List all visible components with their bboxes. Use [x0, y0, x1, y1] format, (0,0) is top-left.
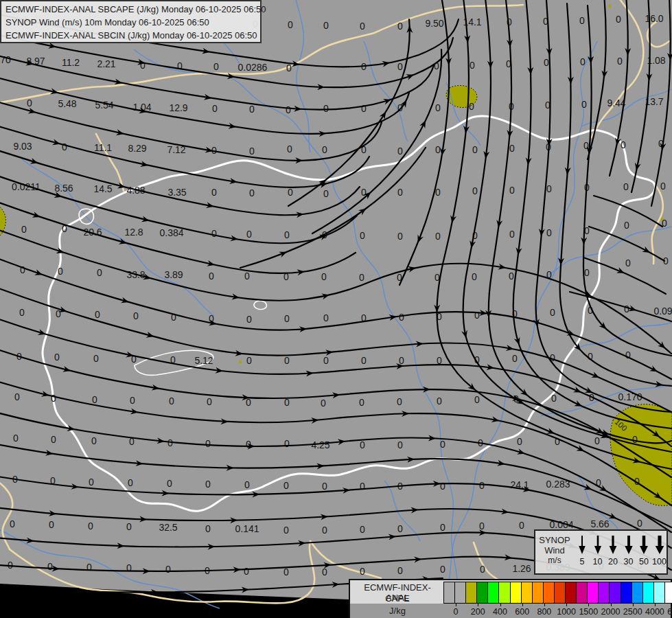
cape-tick	[588, 603, 589, 606]
station-value: 0	[440, 481, 445, 492]
down-arrow-icon	[592, 534, 604, 555]
wind-legend-subtitle: Wind	[535, 545, 574, 556]
station-value: 0	[209, 271, 214, 282]
station-value: 0	[360, 230, 365, 241]
cape-tick-label: 4000	[645, 607, 664, 617]
station-value: 0	[284, 313, 290, 324]
station-value: 0	[625, 258, 631, 268]
station-value: 0	[470, 60, 475, 71]
station-value: 0	[480, 564, 485, 575]
station-value: 0	[399, 355, 404, 366]
station-value: 0	[284, 229, 290, 240]
station-value: 0	[95, 309, 100, 320]
station-value: 0	[51, 393, 56, 404]
station-value: 0	[360, 524, 365, 535]
station-value: 14.5	[93, 183, 112, 194]
station-value: 12.9	[169, 102, 187, 113]
station-value: 0	[288, 19, 293, 30]
title-line-sbcin: ECMWF-INDEX-ANAL SBCIN (J/kg) Monday 06-…	[5, 29, 256, 42]
cape-tick	[655, 603, 656, 606]
station-value: 0	[321, 271, 327, 282]
station-value: 0	[469, 101, 474, 112]
station-value: 0	[20, 264, 25, 275]
cape-color-cell	[610, 582, 621, 603]
station-value: 0	[551, 393, 557, 404]
cape-color-cell	[533, 582, 544, 603]
station-value: 0	[323, 20, 329, 31]
station-value: 0	[581, 99, 587, 110]
wind-speed-label: 20	[608, 557, 618, 566]
station-value: 0	[126, 521, 132, 532]
cape-color-legend: ECMWF-INDEX-ANAL CAPE J/kg 0200400600800…	[349, 579, 672, 618]
station-value: 0	[474, 310, 480, 321]
cape-color-cell	[488, 582, 499, 603]
wind-speed-label: 5	[580, 557, 585, 566]
station-value: 32.5	[159, 522, 177, 533]
station-value: 0	[246, 229, 252, 240]
station-value: 0	[617, 56, 623, 67]
station-value: 11.1	[94, 142, 112, 153]
station-value: 0	[435, 231, 441, 242]
cape-tick-label: 800	[537, 607, 551, 617]
station-value: 0	[323, 103, 329, 114]
cape-tick-label: 2000	[601, 607, 621, 617]
station-value: 0	[509, 271, 514, 282]
down-arrow-icon	[623, 534, 635, 555]
station-value: 0	[397, 396, 402, 407]
cape-tick-label: 200	[471, 607, 485, 617]
station-value: 0	[249, 187, 255, 198]
station-value: 0	[397, 21, 403, 32]
cape-tick-label: 1500	[579, 607, 598, 617]
station-value: 0	[287, 144, 292, 154]
station-value: 0	[323, 312, 329, 323]
station-value: 0	[440, 522, 445, 533]
station-value: 0	[544, 57, 549, 68]
station-value: 0	[580, 56, 586, 67]
cape-tick-label: 600	[515, 607, 529, 617]
map-title-box: ECMWF-INDEX-ANAL SBCAPE (J/kg) Monday 06…	[0, 0, 262, 43]
station-value: 0	[594, 435, 600, 446]
cape-tick-label: 1000	[557, 607, 576, 617]
station-value: 0	[323, 355, 329, 366]
station-value: 0	[205, 523, 211, 534]
station-value: 0	[440, 564, 445, 575]
station-value: 0	[322, 481, 327, 492]
cape-tick	[456, 603, 456, 606]
station-value: 0	[360, 481, 365, 492]
cape-color-cell	[522, 582, 533, 603]
station-value: 0	[165, 564, 171, 575]
station-value: 0	[323, 188, 329, 199]
station-value: 0	[397, 439, 403, 450]
cape-speck	[239, 360, 242, 363]
cape-color-cell	[577, 582, 588, 603]
station-value: 0	[361, 355, 367, 366]
title-line-wind: SYNOP Wind (m/s) 10m Monday 06-10-2025 0…	[5, 16, 256, 29]
station-value: 0	[92, 394, 97, 405]
station-value: 0	[435, 144, 441, 155]
station-value: 5.66	[590, 518, 609, 529]
wind-legend-unit: m/s	[535, 556, 574, 565]
station-value: 0.141	[235, 523, 259, 534]
station-value: 9.03	[13, 141, 32, 152]
cape-tick	[566, 603, 567, 606]
station-value: 0	[93, 353, 99, 364]
station-value: 0	[440, 439, 445, 450]
station-value: 0	[359, 272, 364, 283]
station-value: 0	[397, 523, 403, 534]
cape-color-cell	[466, 582, 477, 603]
station-value: 0	[616, 14, 621, 25]
cape-color-cell	[499, 582, 510, 603]
station-value: 0	[621, 139, 626, 150]
station-value: 0	[288, 187, 293, 198]
station-value: 0	[249, 146, 255, 157]
station-value: 0	[212, 103, 218, 114]
wind-speed-legend: SYNOP Wind m/s 510203050100	[534, 529, 668, 575]
wind-legend-title: SYNOP	[535, 535, 574, 545]
cape-color-cell	[477, 582, 488, 603]
cape-color-cell	[544, 582, 555, 603]
station-value: 0	[19, 307, 25, 318]
cape-tick	[611, 603, 612, 606]
cape-tick-label: 400	[493, 607, 507, 617]
station-value: 0	[283, 525, 289, 536]
map-canvas: 000009.5014.1000016.0708.9711.22.210000.…	[0, 0, 672, 618]
